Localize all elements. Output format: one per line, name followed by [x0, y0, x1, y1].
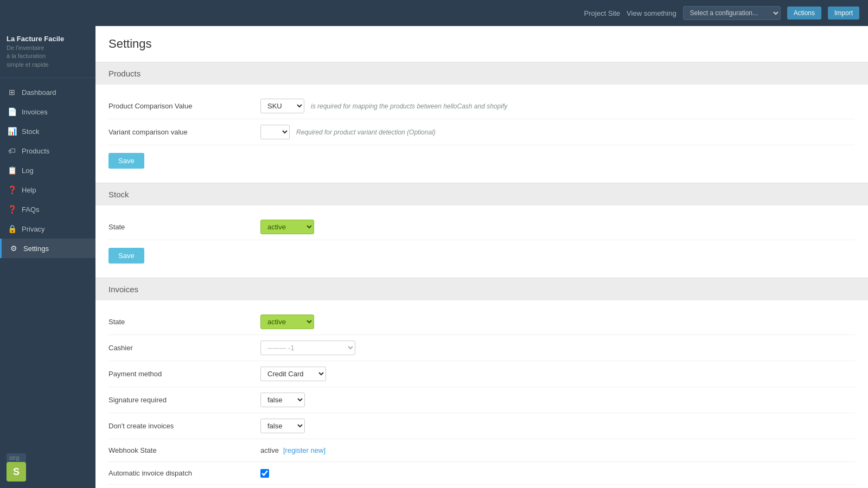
topbar: Project Site View something Select a con…: [0, 0, 868, 26]
product-comparison-select[interactable]: SKU: [260, 99, 304, 113]
invoices-state-select[interactable]: active inactive: [260, 314, 314, 329]
webhook-label: Webhook State: [108, 446, 260, 454]
shopify-s-icon: S: [7, 462, 26, 481]
brand-title: La Facture Facile: [7, 35, 89, 43]
stock-state-label: State: [108, 223, 260, 231]
sidebar-item-faqs[interactable]: ❓ FAQs: [0, 200, 95, 219]
layout: La Facture Facile De l'inventaire à la f…: [0, 26, 868, 488]
sidebar-item-help[interactable]: ❓ Help: [0, 180, 95, 200]
sidebar-item-stock[interactable]: 📊 Stock: [0, 121, 95, 141]
auto-dispatch-checkbox[interactable]: [260, 469, 269, 478]
shopify-badge: strg S: [7, 453, 89, 481]
invoices-state-control: active inactive: [260, 314, 314, 329]
faqs-icon: ❓: [8, 205, 16, 214]
cashier-label: Cashier: [108, 344, 260, 352]
sidebar-item-label: Privacy: [22, 225, 45, 233]
topbar-view-item: View something: [627, 9, 676, 17]
stock-section-body: State active inactive Save: [95, 206, 868, 278]
topbar-config-select[interactable]: Select a configuration...: [683, 6, 781, 20]
payment-method-label: Payment method: [108, 370, 260, 378]
dont-create-label: Don't create invoices: [108, 422, 260, 430]
sidebar-item-label: Invoices: [22, 108, 48, 116]
variant-comparison-row: Variant comparison value Required for pr…: [108, 119, 855, 145]
products-section-body: Product Comparison Value SKU is required…: [95, 85, 868, 183]
invoices-state-row: State active inactive: [108, 309, 855, 335]
sidebar: La Facture Facile De l'inventaire à la f…: [0, 26, 95, 488]
webhook-register-link[interactable]: [register new]: [283, 446, 326, 454]
brand-sub1: De l'inventaire: [7, 44, 89, 52]
variant-comparison-hint: Required for product variant detection (…: [296, 129, 436, 136]
sidebar-item-label: FAQs: [22, 206, 40, 214]
invoices-state-label: State: [108, 318, 260, 326]
auto-dispatch-control: [260, 469, 269, 478]
webhook-control: active [register new]: [260, 446, 326, 454]
auto-dispatch-label: Automatic invoice dispatch: [108, 469, 260, 477]
topbar-actions-button[interactable]: Actions: [787, 7, 821, 20]
stock-state-control: active inactive: [260, 220, 314, 234]
dont-create-row: Don't create invoices false true: [108, 413, 855, 439]
product-comparison-hint: is required for mapping the products bet…: [311, 102, 507, 110]
payment-method-row: Payment method Credit Card Cash: [108, 361, 855, 387]
sidebar-item-label: Stock: [22, 127, 40, 136]
help-icon: ❓: [8, 185, 16, 194]
payment-method-control: Credit Card Cash: [260, 367, 326, 381]
stock-section-header: Stock: [95, 183, 868, 206]
page-header: Settings: [95, 26, 868, 62]
topbar-import-button[interactable]: Import: [828, 7, 859, 20]
sidebar-item-privacy[interactable]: 🔒 Privacy: [0, 219, 95, 239]
sidebar-item-log[interactable]: 📋 Log: [0, 160, 95, 180]
dashboard-icon: ⊞: [8, 88, 16, 97]
signature-select[interactable]: false true: [260, 393, 305, 407]
strg-label: strg: [7, 453, 26, 462]
webhook-row: Webhook State active [register new]: [108, 439, 855, 462]
sender-email-row: Sender email address: [108, 485, 855, 488]
stock-state-select[interactable]: active inactive: [260, 220, 314, 234]
sidebar-item-label: Products: [22, 147, 49, 155]
sidebar-item-dashboard[interactable]: ⊞ Dashboard: [0, 82, 95, 102]
stock-save-button[interactable]: Save: [108, 248, 144, 264]
products-section-header: Products: [95, 62, 868, 85]
auto-dispatch-row: Automatic invoice dispatch: [108, 462, 855, 485]
main-content: Settings Products Product Comparison Val…: [95, 26, 868, 488]
topbar-project-site: Project Site: [584, 9, 620, 17]
cashier-select[interactable]: -------- -1: [260, 341, 355, 355]
payment-method-select[interactable]: Credit Card Cash: [260, 367, 326, 381]
dont-create-select[interactable]: false true: [260, 419, 305, 433]
sidebar-item-invoices[interactable]: 📄 Invoices: [0, 102, 95, 121]
variant-comparison-select[interactable]: [260, 125, 290, 139]
sidebar-item-label: Log: [22, 166, 34, 175]
product-comparison-control: SKU is required for mapping the products…: [260, 99, 507, 113]
sidebar-item-settings[interactable]: ⚙ Settings: [0, 239, 95, 258]
variant-comparison-control: Required for product variant detection (…: [260, 125, 436, 139]
sidebar-nav: ⊞ Dashboard 📄 Invoices 📊 Stock 🏷 Product…: [0, 78, 95, 447]
webhook-state: active [register new]: [260, 446, 326, 454]
brand-sub3: simple et rapide: [7, 61, 89, 69]
products-icon: 🏷: [8, 146, 16, 155]
log-icon: 📋: [8, 166, 16, 175]
cashier-control: -------- -1: [260, 341, 355, 355]
webhook-state-text: active: [260, 446, 279, 454]
cashier-row: Cashier -------- -1: [108, 335, 855, 361]
stock-section: Stock State active inactive Save: [95, 183, 868, 278]
product-comparison-label: Product Comparison Value: [108, 102, 260, 110]
privacy-icon: 🔒: [8, 224, 16, 233]
signature-row: Signature required false true: [108, 387, 855, 413]
page-title: Settings: [108, 37, 855, 51]
sidebar-item-label: Settings: [23, 245, 49, 253]
dont-create-control: false true: [260, 419, 305, 433]
brand-sub2: à la facturation: [7, 52, 89, 60]
sidebar-item-products[interactable]: 🏷 Products: [0, 141, 95, 160]
invoices-section-header: Invoices: [95, 278, 868, 300]
sidebar-item-label: Help: [22, 186, 36, 194]
stock-save-row: Save: [108, 240, 855, 269]
invoices-icon: 📄: [8, 107, 16, 116]
settings-icon: ⚙: [9, 244, 18, 253]
signature-label: Signature required: [108, 396, 260, 404]
products-save-button[interactable]: Save: [108, 153, 144, 169]
products-section: Products Product Comparison Value SKU is…: [95, 62, 868, 183]
sidebar-brand: La Facture Facile De l'inventaire à la f…: [0, 26, 95, 78]
signature-control: false true: [260, 393, 305, 407]
stock-icon: 📊: [8, 127, 16, 136]
products-save-row: Save: [108, 145, 855, 174]
product-comparison-row: Product Comparison Value SKU is required…: [108, 93, 855, 119]
